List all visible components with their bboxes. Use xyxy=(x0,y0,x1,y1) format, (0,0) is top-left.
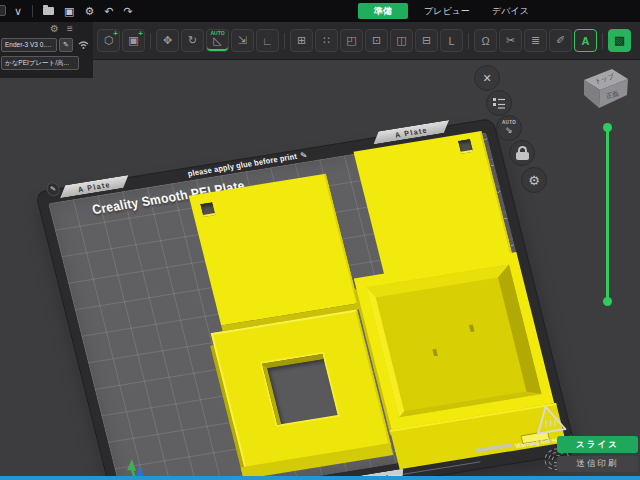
support-icon: Ω xyxy=(481,35,489,47)
printer-edit-button[interactable]: ✎ xyxy=(59,38,73,52)
model-center-hole xyxy=(262,354,338,425)
wifi-icon[interactable] xyxy=(77,39,90,50)
mirror-button[interactable]: ◫ xyxy=(390,29,413,52)
printer-panel: ⚙ ≡ Ender-3 V3 0.4 noz... ✎ かなPEIプレート/高.… xyxy=(0,22,93,78)
paint-button[interactable]: ✐ xyxy=(549,29,572,52)
zoom-slider[interactable] xyxy=(606,127,609,302)
pattern-icon: ⊟ xyxy=(422,34,431,47)
divider xyxy=(150,33,151,49)
image-tool-button[interactable]: ▧ xyxy=(608,29,631,52)
gear-icon: ⚙ xyxy=(528,173,540,188)
divider xyxy=(32,5,33,17)
clone-button[interactable]: ⊡ xyxy=(365,29,388,52)
paint-icon: ✐ xyxy=(556,34,565,47)
align-icon: L xyxy=(448,35,454,47)
lay-flat-button[interactable]: ∟ xyxy=(256,29,279,52)
app-logo-icon xyxy=(0,5,6,16)
plus-badge: + xyxy=(113,30,118,38)
auto-place-button[interactable]: AUTO ⇘ xyxy=(496,115,522,141)
box-clip xyxy=(469,324,474,331)
tab-prepare[interactable]: 準備 xyxy=(358,3,408,19)
hot-surface-warning-icon xyxy=(528,400,569,437)
rotate-button[interactable]: ↻ xyxy=(181,29,204,52)
auto-label: AUTO xyxy=(207,31,228,36)
auto-place-icon: ⇘ xyxy=(505,126,513,135)
menubar: ∨ ▣ ⚙ ↶ ↷ xyxy=(0,0,640,22)
lock-button[interactable] xyxy=(509,140,535,166)
object-list-button[interactable] xyxy=(486,90,512,116)
add-plate-button[interactable]: ▣+ xyxy=(122,29,145,52)
move-icon: ✥ xyxy=(163,34,172,47)
text-tool-icon: A xyxy=(582,35,590,47)
model-hole xyxy=(458,139,473,154)
send-print-button[interactable]: 送信印刷 xyxy=(557,456,638,472)
pattern-button[interactable]: ⊟ xyxy=(415,29,438,52)
close-selection-button[interactable]: ✕ xyxy=(474,65,500,91)
redo-icon[interactable]: ↷ xyxy=(124,6,133,17)
panel-gear-icon[interactable]: ⚙ xyxy=(50,23,59,34)
printer-select[interactable]: Ender-3 V3 0.4 noz... xyxy=(1,38,57,52)
select-area-icon: ◰ xyxy=(346,34,356,47)
tab-device[interactable]: デバイス xyxy=(484,3,537,19)
arrange-all-button[interactable]: ⊞ xyxy=(290,29,313,52)
arrange-spacing-icon: ∷ xyxy=(323,34,330,47)
pencil-icon[interactable]: ✎ xyxy=(300,150,309,160)
mirror-icon: ◫ xyxy=(396,34,406,47)
scale-button[interactable]: ⇲ xyxy=(231,29,254,52)
object-settings-button[interactable]: ⚙ xyxy=(521,167,547,193)
status-strip xyxy=(0,476,640,480)
divider xyxy=(284,33,285,49)
close-icon: ✕ xyxy=(482,72,491,85)
scale-icon: ⇲ xyxy=(238,34,247,47)
align-button[interactable]: L xyxy=(440,29,463,52)
main-toolbar: ⬡+ ▣+ ✥ ↻ AUTO◺ ⇲ ∟ ⊞ ∷ ◰ ⊡ ◫ ⊟ L Ω ✂ ≣ … xyxy=(0,22,640,60)
layers-button[interactable]: ≣ xyxy=(524,29,547,52)
add-plate-icon: ▣ xyxy=(128,34,138,47)
lay-flat-icon: ∟ xyxy=(262,35,273,47)
clone-icon: ⊡ xyxy=(372,34,381,47)
chevron-down-icon[interactable]: ∨ xyxy=(14,6,22,17)
box-cavity xyxy=(367,264,542,417)
text-tool-button[interactable]: A xyxy=(574,29,597,52)
support-button[interactable]: Ω xyxy=(474,29,497,52)
arrange-spacing-button[interactable]: ∷ xyxy=(315,29,338,52)
build-plate: ✎ A Plate A Plate please apply glue befo… xyxy=(36,119,576,480)
select-area-button[interactable]: ◰ xyxy=(340,29,363,52)
divider xyxy=(602,33,603,49)
layers-icon: ≣ xyxy=(531,34,540,47)
slice-button[interactable]: スライス xyxy=(557,436,638,453)
navigation-cube[interactable]: トップ 正面 xyxy=(576,62,634,114)
divider xyxy=(468,33,469,49)
image-tool-icon: ▧ xyxy=(614,34,624,47)
lock-icon xyxy=(516,152,529,160)
model-hole xyxy=(200,202,215,217)
rotate-icon: ↻ xyxy=(188,34,197,47)
move-button[interactable]: ✥ xyxy=(156,29,179,52)
save-icon[interactable]: ▣ xyxy=(64,6,74,17)
add-model-icon: ⬡ xyxy=(104,34,114,47)
cut-icon: ✂ xyxy=(506,34,515,47)
object-list-icon xyxy=(492,97,506,109)
undo-icon[interactable]: ↶ xyxy=(104,6,113,17)
box-clip xyxy=(432,349,437,356)
viewport-3d[interactable]: ✎ A Plate A Plate please apply glue befo… xyxy=(0,60,640,476)
plate-type-select[interactable]: かなPEIプレート/高... xyxy=(1,56,79,70)
plus-badge: + xyxy=(138,30,143,38)
settings-gear-icon[interactable]: ⚙ xyxy=(84,6,94,17)
add-model-button[interactable]: ⬡+ xyxy=(97,29,120,52)
tab-preview[interactable]: プレビュー xyxy=(416,3,478,19)
plate-edit-icon[interactable]: ✎ xyxy=(45,181,61,197)
cut-button[interactable]: ✂ xyxy=(499,29,522,52)
open-file-icon[interactable] xyxy=(43,7,54,15)
auto-orient-button[interactable]: AUTO◺ xyxy=(206,29,229,52)
arrange-all-icon: ⊞ xyxy=(297,34,306,47)
panel-menu-icon[interactable]: ≡ xyxy=(67,23,73,34)
